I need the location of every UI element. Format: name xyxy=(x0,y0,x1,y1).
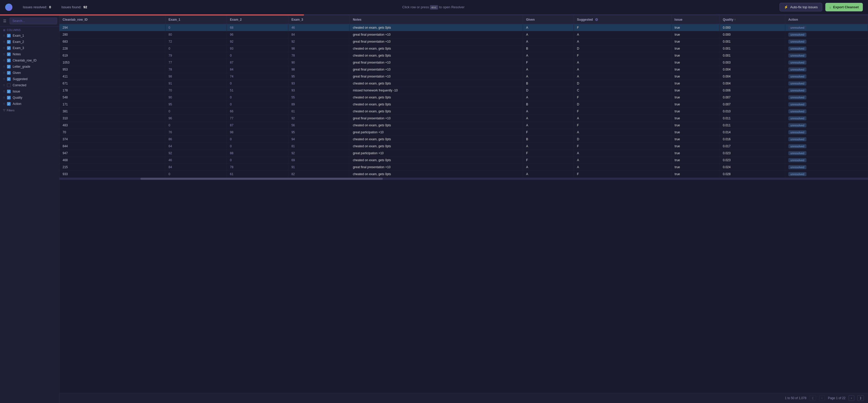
cell-exam3: 92 xyxy=(288,38,350,45)
cell-exam1: 0 xyxy=(165,45,227,52)
table-row[interactable]: 310 96 77 92 great final presentation +1… xyxy=(60,115,868,122)
col-header-exam3[interactable]: Exam_3 xyxy=(288,15,350,24)
sidebar-item-letter-grade[interactable]: ⠿ ✓ Letter_grade xyxy=(0,64,59,70)
cell-exam2: 78 xyxy=(227,164,288,171)
checkbox-6[interactable]: ✓ xyxy=(7,71,10,75)
table-row[interactable]: 280 80 96 84 great final presentation +1… xyxy=(60,31,868,38)
cell-action: unresolved xyxy=(785,122,868,129)
cell-notes: cheated on exam, gets 0pts xyxy=(350,171,523,178)
cell-issue: true xyxy=(672,31,719,38)
cell-quality: 0.023 xyxy=(719,150,785,157)
cell-suggested: A xyxy=(574,38,672,45)
cell-exam1: 96 xyxy=(165,115,227,122)
first-page-button[interactable]: ⟪ xyxy=(810,395,816,401)
checkbox-7[interactable]: ✓ xyxy=(7,77,10,81)
checkbox-5[interactable]: ✓ xyxy=(7,65,10,68)
cell-exam2: 96 xyxy=(227,31,288,38)
cell-action: unresolved xyxy=(785,31,868,38)
cell-exam3: 95 xyxy=(288,73,350,80)
table-body: 294 0 68 46 cheated on exam, gets 0pts A… xyxy=(60,24,868,178)
table-row[interactable]: 844 64 0 81 cheated on exam, gets 0pts A… xyxy=(60,143,868,150)
cell-issue: true xyxy=(672,52,719,59)
table-row[interactable]: 933 0 61 82 cheated on exam, gets 0pts A… xyxy=(60,171,868,178)
next-page-button[interactable]: › xyxy=(848,395,854,401)
col-header-given[interactable]: Given xyxy=(523,15,574,24)
cell-quality: 0.004 xyxy=(719,66,785,73)
sidebar-item-quality[interactable]: ⠿ ✓ Quality xyxy=(0,95,59,101)
sidebar-item-notes[interactable]: ⠿ ✓ Notes xyxy=(0,51,59,57)
col-header-issue[interactable]: Issue xyxy=(672,15,719,24)
table-row[interactable]: 381 0 66 61 cheated on exam, gets 0pts A… xyxy=(60,108,868,115)
table-row[interactable]: 374 86 0 94 cheated on exam, gets 0pts B… xyxy=(60,136,868,143)
suggested-settings-icon[interactable]: ⚙ xyxy=(594,18,599,22)
cell-issue: true xyxy=(672,59,719,66)
cell-exam2: 87 xyxy=(227,59,288,66)
sidebar-item-corrected[interactable]: ⠿ Corrected xyxy=(0,82,59,88)
checkbox-3[interactable]: ✓ xyxy=(7,53,10,56)
table-row[interactable]: 228 0 93 98 cheated on exam, gets 0pts B… xyxy=(60,45,868,52)
checkbox-9[interactable]: ✓ xyxy=(7,90,10,93)
col-header-exam2[interactable]: Exam_2 xyxy=(227,15,288,24)
sidebar-item-cleanlab-row-id[interactable]: ⠿ ✓ Cleanlab_row_ID xyxy=(0,57,59,64)
table-row[interactable]: 1053 77 87 90 great final presentation +… xyxy=(60,59,868,66)
cell-exam2: 92 xyxy=(227,38,288,45)
col-header-suggested[interactable]: Suggested ⚙ xyxy=(574,15,672,24)
sidebar: ☰ ⊞ Columns ⠿ ✓ Exam_1 ⠿ ✓ Exam_2 ⠿ ✓ xyxy=(0,15,60,403)
sidebar-item-issue[interactable]: ⠿ ✓ Issue xyxy=(0,88,59,95)
checkbox-8[interactable] xyxy=(7,83,10,87)
table-row[interactable]: 548 90 0 55 cheated on exam, gets 0pts A… xyxy=(60,94,868,101)
sidebar-item-action[interactable]: ⠿ ✓ Action xyxy=(0,101,59,107)
table-row[interactable]: 178 70 51 93 missed homework frequently … xyxy=(60,87,868,94)
checkbox-11[interactable]: ✓ xyxy=(7,102,10,106)
horizontal-scrollbar[interactable] xyxy=(60,178,868,180)
table-row[interactable]: 947 92 88 92 great participation +10 F A… xyxy=(60,150,868,157)
cell-issue: true xyxy=(672,73,719,80)
col-header-action[interactable]: Action xyxy=(785,15,868,24)
col-header-quality[interactable]: Quality xyxy=(719,15,785,24)
sidebar-item-exam-2[interactable]: ⠿ ✓ Exam_2 xyxy=(0,39,59,45)
table-row[interactable]: 619 79 0 78 cheated on exam, gets 0pts A… xyxy=(60,52,868,59)
table-row[interactable]: 294 0 68 46 cheated on exam, gets 0pts A… xyxy=(60,24,868,31)
sidebar-item-given[interactable]: ⠿ ✓ Given xyxy=(0,70,59,76)
drag-handle: ⠿ xyxy=(3,65,5,68)
header-center-text: Click row or press esc to open Resolver xyxy=(97,5,769,9)
drag-handle: ⠿ xyxy=(3,96,5,99)
filters-section[interactable]: ▽ Filters xyxy=(0,107,59,113)
cell-given: A xyxy=(523,164,574,171)
checkbox-4[interactable]: ✓ xyxy=(7,59,10,62)
table-row[interactable]: 215 84 78 91 great final presentation +1… xyxy=(60,164,868,171)
checkbox-0[interactable]: ✓ xyxy=(7,34,10,37)
table-row[interactable]: 70 76 98 95 great participation +10 F A … xyxy=(60,129,868,136)
table-row[interactable]: 953 78 84 98 great final presentation +1… xyxy=(60,66,868,73)
search-input[interactable] xyxy=(9,18,57,24)
table-row[interactable]: 683 72 92 92 great final presentation +1… xyxy=(60,38,868,45)
table-row[interactable]: 671 91 0 93 cheated on exam, gets 0pts B… xyxy=(60,80,868,87)
col-header-exam1[interactable]: Exam_1 xyxy=(165,15,227,24)
action-badge: unresolved xyxy=(788,95,806,99)
checkbox-2[interactable]: ✓ xyxy=(7,46,10,50)
table-row[interactable]: 171 95 0 89 cheated on exam, gets 0pts B… xyxy=(60,101,868,108)
cell-action: unresolved xyxy=(785,157,868,164)
prev-page-button[interactable]: ‹ xyxy=(819,395,825,401)
table-row[interactable]: 468 46 0 69 cheated on exam, gets 0pts F… xyxy=(60,157,868,164)
table-row[interactable]: 411 98 74 95 great final presentation +1… xyxy=(60,73,868,80)
last-page-button[interactable]: ⟫ xyxy=(858,395,864,401)
cell-exam1: 78 xyxy=(165,66,227,73)
checkbox-1[interactable]: ✓ xyxy=(7,40,10,44)
sidebar-item-exam-3[interactable]: ⠿ ✓ Exam_3 xyxy=(0,45,59,51)
sidebar-collapse-button[interactable]: ☰ xyxy=(2,18,7,24)
cell-issue: true xyxy=(672,101,719,108)
horizontal-scrollbar-thumb[interactable] xyxy=(141,178,383,180)
sidebar-item-exam-1[interactable]: ⠿ ✓ Exam_1 xyxy=(0,33,59,39)
action-badge: unresolved xyxy=(788,61,806,65)
sidebar-item-suggested[interactable]: ⠿ ✓ Suggested xyxy=(0,76,59,82)
table-row[interactable]: 483 0 87 56 cheated on exam, gets 0pts A… xyxy=(60,122,868,129)
auto-fix-button[interactable]: ⚡ Auto-fix top issues xyxy=(779,3,822,11)
col-header-cleanlab-row-id[interactable]: Cleanlab_row_ID xyxy=(60,15,165,24)
cell-issue: true xyxy=(672,164,719,171)
export-button[interactable]: ↓ Export Cleanset xyxy=(825,3,863,11)
cell-issue: true xyxy=(672,66,719,73)
cell-quality: 0.011 xyxy=(719,122,785,129)
checkbox-10[interactable]: ✓ xyxy=(7,96,10,99)
col-header-notes[interactable]: Notes xyxy=(350,15,523,24)
